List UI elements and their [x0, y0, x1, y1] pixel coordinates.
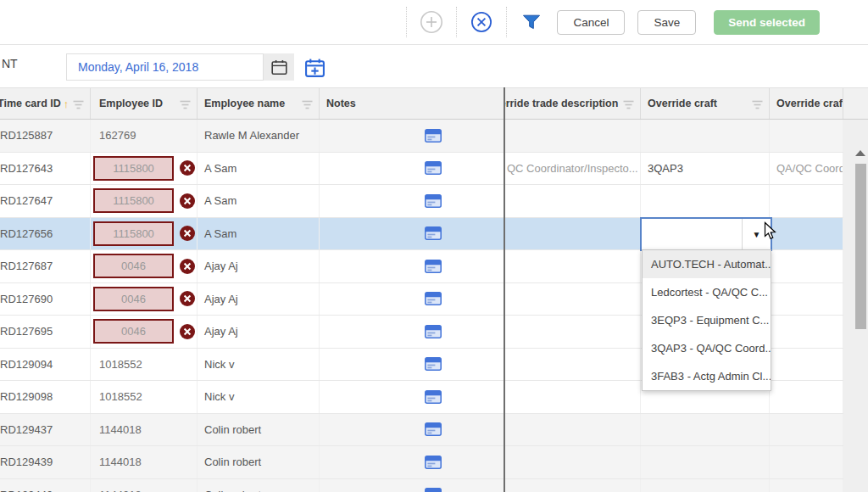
editor-value[interactable] [642, 219, 742, 249]
employee-name-cell[interactable]: Colin robert [198, 414, 320, 446]
column-header-override-craft[interactable]: Override craft [641, 88, 770, 119]
notes-icon[interactable] [425, 129, 442, 143]
save-button[interactable]: Save [637, 10, 696, 35]
table-row[interactable]: RD125887162769Rawle M Alexander [0, 120, 843, 153]
employee-name-cell[interactable]: Nick v [198, 381, 320, 413]
filter-menu-icon[interactable] [180, 99, 191, 113]
employee-id-cell[interactable]: 0046 [91, 250, 198, 282]
notes-cell[interactable] [320, 479, 504, 492]
notes-icon[interactable] [425, 390, 442, 404]
notes-icon[interactable] [425, 325, 442, 338]
timecard-id-cell[interactable]: RD125887 [0, 120, 91, 152]
override-craft-cell[interactable] [641, 185, 770, 217]
dropdown-option[interactable]: AUTO.TECH - Automat... [643, 250, 771, 278]
employee-id-cell[interactable]: 1115800 [91, 153, 198, 185]
filter-menu-icon[interactable] [73, 99, 84, 113]
timecard-id-cell[interactable]: RD129098 [0, 381, 91, 413]
override-craft-desc-cell[interactable] [770, 250, 843, 282]
column-header-employee-name[interactable]: Employee name [198, 88, 320, 119]
override-trade-description-cell[interactable] [504, 120, 641, 152]
employee-name-cell[interactable]: A Sam [198, 153, 320, 185]
notes-cell[interactable] [320, 250, 504, 282]
clear-selection-circle-icon[interactable] [469, 9, 494, 35]
notes-cell[interactable] [320, 414, 504, 446]
dropdown-option[interactable]: 3FAB3 - Actg Admin Cl... [643, 362, 771, 390]
employee-id-cell[interactable]: 0046 [91, 283, 198, 316]
override-craft-cell[interactable] [641, 120, 770, 152]
employee-id-error-field[interactable]: 0046 [93, 254, 174, 278]
override-craft-desc-cell[interactable] [770, 185, 843, 217]
employee-name-cell[interactable]: A Sam [198, 218, 320, 250]
employee-id-error-field[interactable]: 0046 [93, 319, 174, 344]
column-header-override-craft[interactable]: Override craft [770, 88, 843, 119]
table-row[interactable]: RD1294371144018Colin robert [0, 414, 843, 447]
notes-cell[interactable] [320, 316, 504, 348]
column-header-time-card-id[interactable]: Time card ID↑ [0, 88, 91, 119]
column-header-override-trade-description[interactable]: Override trade description [504, 88, 641, 119]
notes-icon[interactable] [425, 357, 442, 371]
employee-name-cell[interactable]: Rawle M Alexander [198, 120, 320, 152]
timecard-id-cell[interactable]: RD127643 [0, 153, 91, 185]
notes-cell[interactable] [320, 218, 504, 250]
employee-name-cell[interactable]: Ajay Aj [198, 250, 320, 282]
filter-menu-icon[interactable] [623, 99, 634, 113]
notes-cell[interactable] [320, 185, 504, 217]
override-craft-desc-cell[interactable] [770, 218, 843, 250]
employee-id-cell[interactable]: 0046 [91, 316, 198, 348]
notes-icon[interactable] [425, 226, 442, 240]
employee-name-cell[interactable]: Nick v [198, 349, 320, 381]
notes-cell[interactable] [320, 283, 504, 316]
notes-icon[interactable] [425, 422, 442, 436]
override-trade-description-cell[interactable]: QC Coordinator/Inspecto... [504, 153, 641, 185]
notes-cell[interactable] [320, 349, 504, 381]
override-trade-description-cell[interactable] [504, 414, 641, 446]
notes-icon[interactable] [425, 488, 442, 492]
override-craft-desc-cell[interactable] [770, 283, 843, 316]
date-input[interactable]: Monday, April 16, 2018 [66, 53, 264, 81]
calendar-add-icon[interactable] [303, 57, 326, 79]
employee-id-cell[interactable]: 1115800 [91, 185, 198, 217]
filter-menu-icon[interactable] [752, 99, 763, 113]
filter-funnel-icon[interactable] [519, 9, 544, 35]
override-craft-desc-cell[interactable] [770, 349, 843, 381]
override-trade-description-cell[interactable] [504, 316, 641, 348]
employee-id-cell[interactable]: 1144018 [91, 414, 198, 446]
timecard-id-cell[interactable]: RD127687 [0, 250, 91, 282]
notes-icon[interactable] [425, 260, 442, 273]
table-row[interactable]: RD1294391144018Colin robert [0, 446, 843, 479]
employee-id-error-field[interactable]: 1115800 [93, 156, 174, 181]
filter-menu-icon[interactable] [302, 99, 313, 113]
add-circle-icon[interactable] [419, 9, 444, 35]
vertical-scrollbar-thumb[interactable] [855, 164, 866, 329]
override-trade-description-cell[interactable] [504, 218, 641, 250]
calendar-icon[interactable] [264, 53, 294, 81]
override-craft-cell[interactable] [641, 414, 770, 446]
override-craft-editor[interactable]: ▼ [640, 217, 772, 251]
timecard-id-cell[interactable]: RD127690 [0, 283, 91, 316]
override-craft-desc-cell[interactable] [770, 381, 843, 413]
override-craft-desc-cell[interactable] [770, 446, 843, 478]
override-trade-description-cell[interactable] [504, 479, 641, 492]
employee-name-cell[interactable]: Colin robert [198, 479, 320, 492]
override-craft-cell[interactable] [641, 446, 770, 478]
override-craft-desc-cell[interactable] [770, 316, 843, 348]
override-craft-desc-cell[interactable]: QA/QC Coord [770, 153, 843, 185]
override-craft-desc-cell[interactable] [770, 479, 843, 492]
override-trade-description-cell[interactable] [504, 185, 641, 217]
notes-cell[interactable] [320, 381, 504, 413]
employee-id-error-field[interactable]: 0046 [93, 287, 174, 311]
notes-cell[interactable] [320, 446, 504, 478]
employee-id-cell[interactable]: 1115800 [91, 218, 198, 250]
employee-name-cell[interactable]: Colin robert [198, 446, 320, 478]
override-trade-description-cell[interactable] [504, 349, 641, 381]
cancel-button[interactable]: Cancel [557, 10, 625, 35]
dropdown-option[interactable]: 3EQP3 - Equipment C... [643, 306, 771, 334]
notes-cell[interactable] [320, 153, 504, 185]
timecard-id-cell[interactable]: RD129094 [0, 349, 91, 381]
send-selected-button[interactable]: Send selected [714, 10, 820, 35]
employee-name-cell[interactable]: A Sam [198, 185, 320, 217]
notes-icon[interactable] [425, 161, 442, 175]
employee-id-cell[interactable]: 162769 [91, 120, 198, 152]
override-trade-description-cell[interactable] [504, 250, 641, 282]
notes-icon[interactable] [425, 194, 442, 208]
